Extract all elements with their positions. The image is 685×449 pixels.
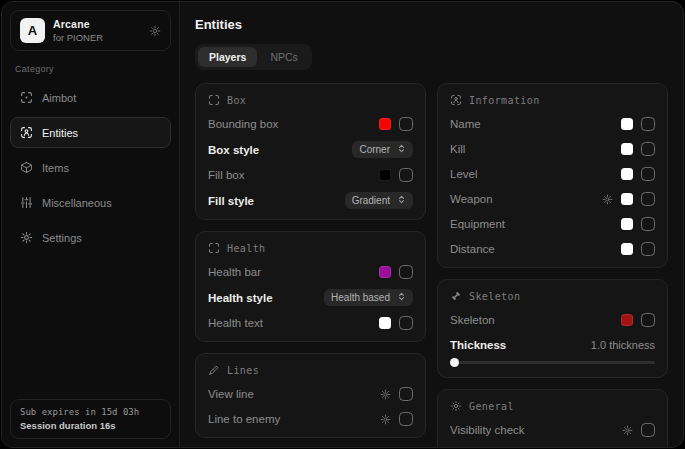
row-controls — [621, 217, 655, 231]
brand-card: A Arcane for PIONER — [10, 10, 171, 51]
dropdown-fill-style[interactable]: Gradient — [345, 192, 413, 209]
panel-header: Skeleton — [450, 290, 655, 302]
sidebar-item-aimbot[interactable]: Aimbot — [10, 82, 171, 113]
row-health-text: Health text — [208, 315, 413, 331]
checkbox[interactable] — [641, 142, 655, 156]
tab-players[interactable]: Players — [198, 47, 257, 67]
checkbox[interactable] — [399, 265, 413, 279]
row-label: Thickness — [450, 339, 506, 351]
color-swatch[interactable] — [379, 169, 391, 181]
sidebar-item-label: Items — [42, 162, 69, 174]
slider-track — [450, 361, 655, 364]
dropdown-box-style[interactable]: Corner — [352, 141, 413, 158]
row-controls — [380, 412, 413, 426]
color-swatch[interactable] — [621, 168, 633, 180]
row-label: Fill box — [208, 169, 244, 181]
checkbox[interactable] — [641, 192, 655, 206]
setting-row: Fill box — [208, 167, 413, 183]
sidebar-item-label: Settings — [42, 232, 82, 244]
sliders-icon — [20, 196, 33, 209]
row-line-to-enemy: Line to enemy — [208, 411, 413, 427]
setting-row: Box styleCorner — [208, 141, 413, 158]
color-swatch[interactable] — [621, 218, 633, 230]
row-weapon: Weapon — [450, 191, 655, 207]
gear-icon[interactable] — [380, 414, 391, 425]
gear-icon[interactable] — [380, 389, 391, 400]
panel-header: Box — [208, 94, 413, 106]
setting-row: Weapon — [450, 191, 655, 207]
row-skeleton: Skeleton — [450, 312, 655, 328]
app-name: Arcane — [53, 18, 103, 30]
checkbox[interactable] — [641, 242, 655, 256]
row-label: Level — [450, 168, 478, 180]
row-equipment: Equipment — [450, 216, 655, 232]
setting-row: Name — [450, 116, 655, 132]
checkbox[interactable] — [641, 167, 655, 181]
row-view-line: View line — [208, 386, 413, 402]
color-swatch[interactable] — [621, 143, 633, 155]
slider-thumb[interactable] — [450, 358, 459, 367]
row-label: Name — [450, 118, 481, 130]
row-label: Fill style — [208, 195, 254, 207]
checkbox[interactable] — [641, 423, 655, 437]
panel-title: Health — [227, 243, 266, 254]
color-swatch[interactable] — [379, 317, 391, 329]
gear-icon[interactable] — [622, 425, 633, 436]
header-gear-icon[interactable] — [149, 25, 161, 37]
brand-text: Arcane for PIONER — [53, 18, 103, 43]
sidebar-item-entities[interactable]: Entities — [10, 117, 171, 148]
color-swatch[interactable] — [621, 193, 633, 205]
row-controls: 1.0 thickness — [591, 339, 655, 351]
gear-icon[interactable] — [602, 194, 613, 205]
sidebar: A Arcane for PIONER Category AimbotEntit… — [2, 2, 180, 447]
panel-information: InformationNameKillLevelWeaponEquipmentD… — [437, 83, 668, 268]
bone-icon — [450, 290, 462, 302]
panel-header: Information — [450, 94, 655, 106]
checkbox[interactable] — [399, 412, 413, 426]
row-label: Equipment — [450, 218, 505, 230]
sidebar-item-settings[interactable]: Settings — [10, 222, 171, 253]
row-controls — [622, 423, 655, 437]
tab-npcs[interactable]: NPCs — [259, 47, 308, 67]
sidebar-item-items[interactable]: Items — [10, 152, 171, 183]
color-swatch[interactable] — [621, 243, 633, 255]
row-controls — [380, 387, 413, 401]
setting-row: Health bar — [208, 264, 413, 280]
row-controls — [621, 142, 655, 156]
dropdown-value: Gradient — [352, 195, 390, 206]
checkbox[interactable] — [399, 117, 413, 131]
row-label: Line to enemy — [208, 413, 280, 425]
row-health-bar: Health bar — [208, 264, 413, 280]
row-label: Visibility check — [450, 424, 525, 436]
unfold-icon — [397, 144, 406, 155]
sidebar-item-label: Miscellaneous — [42, 197, 112, 209]
row-bounding-box: Bounding box — [208, 116, 413, 132]
row-level: Level — [450, 166, 655, 182]
setting-row: View line — [208, 386, 413, 402]
checkbox[interactable] — [399, 316, 413, 330]
main-content: Entities PlayersNPCs BoxBounding boxBox … — [180, 2, 683, 447]
color-swatch[interactable] — [621, 314, 633, 326]
color-swatch[interactable] — [621, 118, 633, 130]
panel-rows: Visibility checkMax distance500m — [450, 422, 655, 447]
checkbox[interactable] — [399, 168, 413, 182]
row-controls — [621, 117, 655, 131]
setting-row: Health styleHealth based — [208, 289, 413, 306]
color-swatch[interactable] — [379, 118, 391, 130]
color-swatch[interactable] — [379, 266, 391, 278]
checkbox[interactable] — [641, 117, 655, 131]
row-controls — [621, 313, 655, 327]
row-kill: Kill — [450, 141, 655, 157]
row-distance: Distance — [450, 241, 655, 257]
entity-scan-icon — [450, 94, 462, 106]
checkbox[interactable] — [399, 387, 413, 401]
checkbox[interactable] — [641, 217, 655, 231]
row-health-style: Health styleHealth based — [208, 289, 413, 306]
checkbox[interactable] — [641, 313, 655, 327]
dropdown-health-style[interactable]: Health based — [324, 289, 413, 306]
panel-rows: NameKillLevelWeaponEquipmentDistance — [450, 116, 655, 257]
sidebar-item-miscellaneous[interactable]: Miscellaneous — [10, 187, 171, 218]
slider-thickness[interactable] — [450, 358, 655, 367]
row-fill-style: Fill styleGradient — [208, 192, 413, 209]
setting-row: Fill styleGradient — [208, 192, 413, 209]
